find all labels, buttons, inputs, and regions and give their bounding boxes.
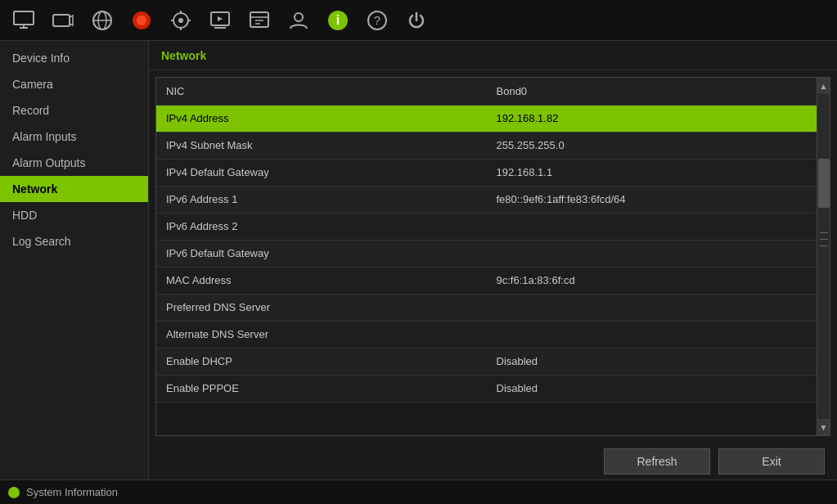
sidebar-item-camera[interactable]: Camera	[0, 71, 148, 97]
table-row[interactable]: Enable DHCPDisabled	[156, 348, 817, 375]
field-label: IPv4 Address	[156, 105, 487, 132]
playback-icon[interactable]	[205, 5, 236, 36]
scrollbar[interactable]: ▲ ▼	[817, 78, 830, 435]
table-row[interactable]: IPv4 Address192.168.1.82	[156, 105, 817, 132]
sidebar: Device Info Camera Record Alarm Inputs A…	[0, 41, 149, 479]
scroll-line-1	[820, 232, 828, 233]
record-icon[interactable]	[126, 5, 157, 36]
sidebar-item-alarm-outputs[interactable]: Alarm Outputs	[0, 150, 148, 176]
monitor-icon[interactable]	[8, 5, 39, 36]
table-row[interactable]: Enable PPPOEDisabled	[156, 375, 817, 402]
field-value: fe80::9ef6:1aff:fe83:6fcd/64	[487, 186, 817, 213]
sidebar-item-log-search[interactable]: Log Search	[0, 228, 148, 254]
table-row[interactable]: IPv6 Address 2	[156, 213, 817, 240]
power-icon[interactable]	[401, 5, 432, 36]
help-icon[interactable]: ?	[362, 5, 393, 36]
field-value: 255.255.255.0	[487, 132, 817, 159]
field-value: Disabled	[487, 375, 817, 402]
svg-rect-0	[14, 11, 34, 25]
svg-text:i: i	[336, 13, 340, 27]
account-icon[interactable]	[283, 5, 314, 36]
refresh-button[interactable]: Refresh	[604, 448, 710, 475]
button-row: Refresh Exit	[149, 443, 837, 479]
status-indicator	[8, 487, 20, 498]
svg-point-9	[137, 16, 146, 25]
statusbar: System Information	[0, 479, 837, 504]
sidebar-item-record[interactable]: Record	[0, 97, 148, 124]
field-label: MAC Address	[156, 267, 487, 294]
field-label: Preferred DNS Server	[156, 294, 487, 321]
table-row[interactable]: MAC Address9c:f6:1a:83:6f:cd	[156, 267, 817, 294]
scroll-thumb-area[interactable]	[817, 94, 830, 419]
field-label: IPv4 Default Gateway	[156, 159, 487, 186]
field-value: 9c:f6:1a:83:6f:cd	[487, 267, 817, 294]
content-area: Network NICBond0IPv4 Address192.168.1.82…	[149, 41, 837, 479]
svg-marker-4	[70, 16, 73, 25]
scroll-down-button[interactable]: ▼	[817, 419, 830, 435]
sidebar-item-device-info[interactable]: Device Info	[0, 45, 148, 71]
search-icon[interactable]	[244, 5, 275, 36]
scroll-thumb[interactable]	[818, 159, 830, 208]
table-row[interactable]: IPv4 Default Gateway192.168.1.1	[156, 159, 817, 186]
table-row[interactable]: NICBond0	[156, 78, 817, 105]
field-value: 192.168.1.1	[487, 159, 817, 186]
table-row[interactable]: IPv6 Address 1fe80::9ef6:1aff:fe83:6fcd/…	[156, 186, 817, 213]
info-table: NICBond0IPv4 Address192.168.1.82IPv4 Sub…	[156, 78, 817, 403]
field-label: Alternate DNS Server	[156, 321, 487, 348]
field-label: NIC	[156, 78, 487, 105]
svg-point-23	[295, 13, 303, 21]
sidebar-item-network[interactable]: Network	[0, 176, 148, 202]
topbar: i ?	[0, 0, 837, 41]
field-label: IPv6 Address 1	[156, 186, 487, 213]
field-label: Enable DHCP	[156, 348, 487, 375]
scroll-line-3	[820, 245, 828, 246]
ptz-icon[interactable]	[165, 5, 196, 36]
sidebar-item-hdd[interactable]: HDD	[0, 202, 148, 228]
field-value: Disabled	[487, 348, 817, 375]
field-label: IPv4 Subnet Mask	[156, 132, 487, 159]
network-table: NICBond0IPv4 Address192.168.1.82IPv4 Sub…	[155, 77, 830, 436]
field-label: Enable PPPOE	[156, 375, 487, 402]
field-value	[487, 240, 817, 267]
field-label: IPv6 Default Gateway	[156, 240, 487, 267]
field-value	[487, 321, 817, 348]
svg-rect-19	[250, 12, 268, 27]
breadcrumb: Network	[149, 41, 837, 70]
field-value	[487, 213, 817, 240]
svg-rect-3	[53, 15, 70, 26]
sidebar-item-alarm-inputs[interactable]: Alarm Inputs	[0, 124, 148, 150]
globe-icon[interactable]	[87, 5, 118, 36]
table-row[interactable]: Preferred DNS Server	[156, 294, 817, 321]
table-row[interactable]: Alternate DNS Server	[156, 321, 817, 348]
field-value: 192.168.1.82	[487, 105, 817, 132]
table-row[interactable]: IPv4 Subnet Mask255.255.255.0	[156, 132, 817, 159]
scroll-line-2	[820, 239, 828, 240]
field-value: Bond0	[487, 78, 817, 105]
info-icon[interactable]: i	[322, 5, 353, 36]
table-row[interactable]: IPv6 Default Gateway	[156, 240, 817, 267]
svg-marker-17	[218, 16, 223, 21]
field-label: IPv6 Address 2	[156, 213, 487, 240]
svg-text:?: ?	[374, 13, 380, 27]
camera-icon[interactable]	[47, 5, 79, 36]
svg-point-15	[178, 18, 183, 23]
scroll-up-button[interactable]: ▲	[817, 78, 830, 94]
exit-button[interactable]: Exit	[718, 448, 825, 475]
field-value	[487, 294, 817, 321]
main-content: Device Info Camera Record Alarm Inputs A…	[0, 41, 837, 479]
